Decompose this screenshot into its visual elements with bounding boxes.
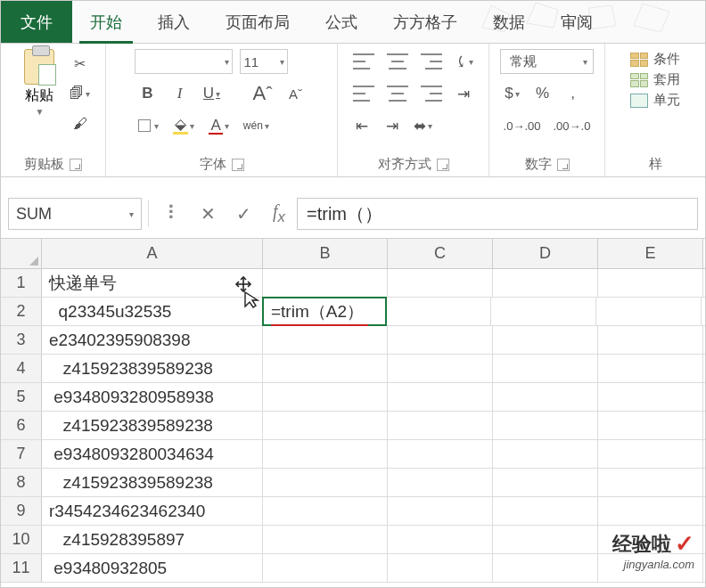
bold-button[interactable]: B	[135, 81, 160, 106]
cell[interactable]	[263, 440, 388, 468]
row-header[interactable]: 3	[1, 326, 42, 354]
cell[interactable]	[388, 526, 493, 553]
row-header[interactable]: 2	[1, 298, 42, 325]
cell[interactable]	[493, 269, 598, 297]
row-header[interactable]: 9	[1, 497, 42, 525]
format-as-table-button[interactable]: 套用	[630, 71, 680, 88]
row-header[interactable]: 4	[1, 355, 42, 382]
row-header[interactable]: 1	[1, 269, 42, 297]
font-launcher[interactable]	[232, 159, 244, 171]
col-header-B[interactable]: B	[263, 239, 388, 268]
cell[interactable]	[388, 554, 493, 582]
font-family-combo[interactable]: ▾	[135, 49, 233, 74]
fx-icon[interactable]: fx	[261, 198, 297, 230]
align-top-button[interactable]	[349, 49, 378, 74]
cell[interactable]	[388, 326, 493, 354]
wrap-text-button[interactable]: ⇥	[451, 81, 476, 106]
align-bottom-button[interactable]	[417, 49, 446, 74]
align-center-button[interactable]	[383, 81, 412, 106]
row-header[interactable]: 6	[1, 412, 42, 439]
merge-button[interactable]: ⬌▾	[410, 113, 436, 138]
functions-dropdown-icon[interactable]: ⠇	[154, 198, 190, 230]
cell[interactable]	[491, 298, 596, 325]
cell[interactable]	[598, 383, 703, 411]
font-size-combo[interactable]: 11▾	[240, 49, 288, 74]
phonetic-button[interactable]: wén▾	[240, 113, 273, 138]
cell[interactable]: e23402395908398	[42, 326, 263, 354]
cell[interactable]: e9348093280958938	[42, 383, 263, 411]
cell[interactable]: q23345u32535	[42, 298, 263, 325]
cell[interactable]	[596, 298, 702, 325]
cell[interactable]: e9348093280034634	[42, 440, 263, 468]
cell[interactable]	[598, 326, 703, 354]
row-header[interactable]: 5	[1, 383, 42, 411]
cell[interactable]	[493, 526, 598, 553]
cell[interactable]	[598, 355, 703, 382]
cell[interactable]	[493, 469, 598, 496]
cell[interactable]	[598, 269, 703, 297]
increase-decimal-button[interactable]: .0→.00	[500, 113, 545, 138]
align-right-button[interactable]	[417, 81, 446, 106]
italic-button[interactable]: I	[167, 81, 192, 106]
cell[interactable]	[263, 326, 388, 354]
row-header[interactable]: 11	[1, 554, 42, 582]
number-launcher[interactable]	[557, 159, 570, 171]
cell[interactable]	[598, 440, 703, 468]
fill-color-button[interactable]: ⬙▾	[169, 113, 198, 138]
copy-button[interactable]: 🗐▾	[70, 83, 91, 104]
cell[interactable]	[263, 383, 388, 411]
underline-button[interactable]: U▾	[199, 81, 224, 106]
cell[interactable]: z415923839589238	[42, 412, 263, 439]
cell[interactable]	[263, 526, 388, 553]
cell[interactable]	[388, 497, 493, 525]
col-header-C[interactable]: C	[388, 239, 493, 268]
cell[interactable]	[598, 497, 703, 525]
tab-page-layout[interactable]: 页面布局	[208, 1, 308, 43]
cell[interactable]: z415928395897	[42, 526, 263, 553]
number-format-combo[interactable]: 常规▾	[500, 49, 595, 74]
cell[interactable]: r3454234623462340	[42, 497, 263, 525]
decrease-decimal-button[interactable]: .00→.0	[550, 113, 595, 138]
align-middle-button[interactable]	[383, 49, 412, 74]
tab-file[interactable]: 文件	[1, 1, 72, 43]
cell[interactable]	[493, 383, 598, 411]
comma-button[interactable]: ,	[561, 81, 586, 106]
cell[interactable]	[263, 554, 388, 582]
row-header[interactable]: 8	[1, 469, 42, 496]
cell[interactable]	[598, 412, 703, 439]
font-color-button[interactable]: A▾	[205, 113, 232, 138]
row-header[interactable]: 10	[1, 526, 42, 553]
cell[interactable]	[388, 440, 493, 468]
accounting-button[interactable]: $▾	[500, 81, 525, 106]
cut-button[interactable]: ✂	[70, 53, 91, 74]
col-header-E[interactable]: E	[598, 239, 703, 268]
cell[interactable]	[388, 469, 493, 496]
cell[interactable]	[386, 298, 491, 325]
align-left-button[interactable]	[349, 81, 378, 106]
increase-indent-button[interactable]: ⇥	[380, 113, 405, 138]
formula-input[interactable]: =trim（）	[297, 198, 698, 230]
borders-button[interactable]: ▾	[135, 113, 162, 138]
cell[interactable]	[388, 412, 493, 439]
format-painter-button[interactable]: 🖌	[70, 113, 91, 135]
cell[interactable]	[388, 269, 493, 297]
cell[interactable]: z415923839589238	[42, 469, 263, 496]
row-header[interactable]: 7	[1, 440, 42, 468]
align-launcher[interactable]	[437, 159, 449, 171]
col-header-D[interactable]: D	[493, 239, 598, 268]
cell[interactable]: 快递单号	[42, 269, 263, 297]
cancel-formula-button[interactable]: ✕	[190, 198, 226, 230]
tab-home[interactable]: 开始	[72, 1, 140, 43]
cell[interactable]	[598, 469, 703, 496]
active-cell[interactable]: =trim（A2）	[262, 297, 387, 326]
cell[interactable]	[388, 383, 493, 411]
cell[interactable]: e93480932805	[42, 554, 263, 582]
orientation-button[interactable]: ⤹▾	[451, 49, 477, 74]
cell[interactable]	[263, 355, 388, 382]
cell[interactable]	[493, 355, 598, 382]
decrease-indent-button[interactable]: ⇤	[349, 113, 374, 138]
cell[interactable]	[263, 497, 388, 525]
cell[interactable]	[493, 554, 598, 582]
tab-fangfang[interactable]: 方方格子	[375, 1, 475, 43]
cell[interactable]	[263, 269, 388, 297]
